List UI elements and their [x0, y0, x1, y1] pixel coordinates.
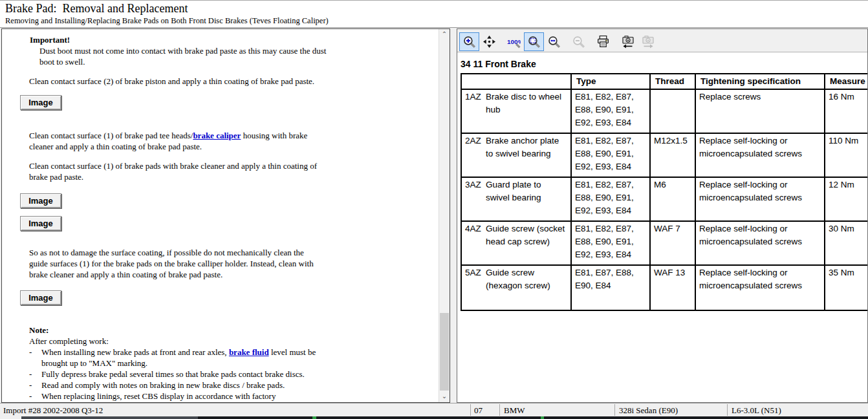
note-label: Note: — [29, 325, 431, 336]
status-separator — [470, 404, 471, 416]
instruction-panel: Important! Dust boot must not come into … — [1, 28, 450, 403]
status-import-info: Import #28 2002-2008 Q3-12 — [3, 405, 103, 416]
spec-panel: 100% — [457, 28, 868, 403]
row-desc: Guard plate to swivel bearing — [486, 178, 567, 204]
zoom-100-icon: 100% — [507, 35, 521, 48]
row-id: 1AZ — [465, 91, 486, 116]
cell-measure: 110 Nm — [825, 133, 867, 177]
pan-icon — [483, 35, 496, 48]
row-desc: Guide screw (socket head cap screw) — [486, 222, 567, 248]
bullet-text-pre: When installing new brake pads at front … — [41, 347, 229, 357]
table-row: 1AZBrake disc to wheel hub E81, E82, E87… — [461, 89, 867, 133]
paragraph-clean-piston: Clean contact surface (2) of brake pisto… — [29, 76, 325, 87]
bullet-text: Fully depress brake pedal several times … — [41, 369, 321, 380]
cell-thread: WAF 13 — [650, 265, 695, 310]
taskbar-segment — [21, 416, 198, 419]
image-button[interactable]: Image — [20, 95, 61, 110]
cell-spec: Replace self-locking or microencapsulate… — [695, 133, 825, 177]
next-image-icon — [641, 34, 655, 48]
zoom-out-icon — [572, 35, 585, 48]
zoom-in-button[interactable] — [459, 32, 479, 51]
header-tightening-spec: Tightening specification — [695, 74, 825, 89]
cell-thread: WAF 7 — [650, 221, 695, 265]
brake-caliper-link[interactable]: brake caliper — [193, 131, 241, 140]
cell-type: E81, E82, E87, E88, E90, E91, E92, E93, … — [571, 89, 650, 133]
cell-measure: 35 Nm — [825, 265, 867, 310]
row-desc: Brake disc to wheel hub — [486, 91, 567, 116]
spec-table-title: 34 11 Front Brake — [461, 59, 867, 69]
cell-thread: M12x1.5 — [650, 133, 695, 177]
note-intro: After completing work: — [29, 336, 431, 347]
torque-spec-table: Type Thread Tightening specification Mea… — [461, 73, 867, 311]
next-image-button — [638, 32, 658, 51]
note-bullet-read-notes: - Read and comply with notes on braking … — [29, 380, 431, 391]
header-type: Type — [571, 74, 650, 89]
header: Brake Pad: Removal and Replacement Remov… — [0, 1, 868, 28]
bullet-text: Read and comply with notes on braking in… — [41, 380, 321, 391]
app-window: Brake Pad: Removal and Replacement Remov… — [0, 0, 868, 419]
cell-spec: Replace screws — [695, 89, 825, 133]
row-desc: Guide screw (hexagon screw) — [486, 266, 567, 292]
vertical-scrollbar[interactable]: ⌃ ⌄ — [439, 29, 450, 402]
zoom-out-button — [569, 32, 589, 51]
brake-fluid-link[interactable]: brake fluid — [229, 347, 269, 357]
taskbar-strip — [0, 416, 868, 419]
status-separator — [727, 404, 728, 416]
paragraph-clean-tee-heads: Clean contact surface (1) of brake pad t… — [29, 130, 325, 152]
cell-measure: 30 Nm — [825, 221, 867, 265]
bullet-dash: - — [29, 369, 41, 380]
status-model: 328i Sedan (E90) — [619, 405, 678, 416]
status-separator — [499, 404, 500, 416]
taskbar-indicator — [312, 416, 316, 419]
table-row: 4AZGuide screw (socket head cap screw) E… — [461, 221, 867, 265]
status-engine: L6-3.0L (N51) — [732, 405, 781, 416]
bullet-dash: - — [29, 391, 41, 402]
scrollbar-thumb[interactable] — [440, 313, 449, 391]
note-bullet-depress-pedal: - Fully depress brake pedal several time… — [29, 369, 431, 380]
image-button[interactable]: Image — [20, 193, 61, 208]
print-icon — [596, 35, 610, 48]
pan-button[interactable] — [479, 32, 499, 51]
fit-width-button[interactable] — [544, 32, 564, 51]
paragraph-guide-surfaces: So as not to damage the surface coating,… — [29, 247, 325, 280]
table-header-row: Type Thread Tightening specification Mea… — [461, 74, 867, 89]
fit-page-icon — [527, 35, 541, 48]
scroll-down-arrow-icon[interactable]: ⌄ — [439, 391, 450, 402]
paragraph-clean-pads: Clean contact surface (1) of brake pads … — [29, 160, 325, 182]
status-separator — [614, 404, 615, 416]
previous-image-icon — [621, 34, 635, 48]
header-thread: Thread — [650, 74, 695, 89]
status-make: BMW — [504, 405, 525, 416]
fit-width-icon — [547, 35, 561, 48]
header-item — [461, 74, 571, 89]
important-label: Important! — [30, 34, 431, 45]
cell-thread — [650, 89, 695, 133]
fit-page-button[interactable] — [524, 32, 544, 51]
print-button[interactable] — [593, 32, 613, 51]
note-bullet-brake-fluid: - When installing new brake pads at fron… — [29, 347, 431, 369]
note-bullet-reset-cbs: - When replacing linings, reset CBS disp… — [29, 391, 431, 402]
cell-type: E81, E87, E88, E90, E84 — [571, 265, 650, 310]
page-subtitle: Removing and Installing/Replacing Brake … — [5, 16, 329, 26]
previous-image-button[interactable] — [618, 32, 638, 51]
header-measure: Measure — [825, 74, 867, 89]
zoom-100-button[interactable]: 100% — [504, 32, 524, 51]
scroll-up-arrow-icon[interactable]: ⌃ — [439, 29, 450, 40]
important-text: Dust boot must not come into contact wit… — [39, 45, 327, 67]
table-row: 3AZGuard plate to swivel bearing E81, E8… — [461, 177, 867, 221]
cell-spec: Replace self-locking or microencapsulate… — [695, 265, 825, 310]
image-button[interactable]: Image — [20, 290, 61, 305]
image-toolbar: 100% — [457, 29, 867, 52]
image-button[interactable]: Image — [20, 216, 61, 231]
cell-type: E81, E82, E87, E88, E90, E91, E92, E93, … — [571, 177, 650, 221]
row-id: 4AZ — [465, 222, 486, 248]
page-title: Brake Pad: Removal and Replacement — [5, 2, 188, 16]
bullet-dash: - — [29, 347, 41, 369]
row-id: 5AZ — [465, 266, 486, 292]
bullet-text: When installing new brake pads at front … — [41, 347, 321, 369]
table-row: 2AZBrake anchor plate to swivel bearing … — [461, 133, 867, 177]
cell-type: E81, E82, E87, E88, E90, E91, E92, E93, … — [571, 133, 650, 177]
zoom-in-icon — [462, 35, 476, 48]
bullet-text: When replacing linings, reset CBS displa… — [41, 391, 321, 402]
cell-spec: Replace self-locking or microencapsulate… — [695, 221, 825, 265]
